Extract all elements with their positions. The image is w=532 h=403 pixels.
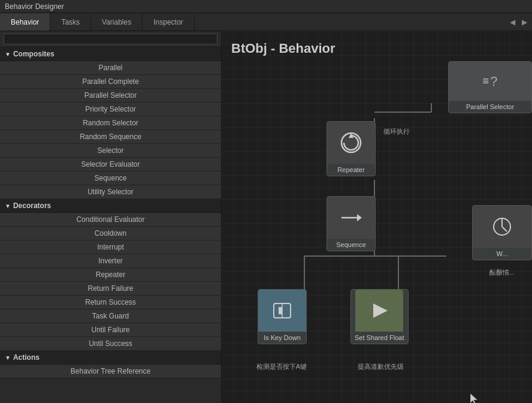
list-item[interactable]: Cooldown [0, 227, 221, 240]
list-item[interactable]: Selector Evaluator [0, 158, 221, 172]
tab-tasks[interactable]: Tasks [50, 13, 91, 31]
sequence-label: Sequence [327, 239, 375, 251]
search-bar [0, 31, 221, 47]
right-partial-node[interactable]: W... [472, 205, 532, 260]
right-partial-caption: 酝酿情... [472, 268, 532, 277]
section-decorators[interactable]: ▼ Decorators [0, 199, 221, 213]
section-actions[interactable]: ▼ Actions [0, 351, 221, 365]
tab-inspector[interactable]: Inspector [143, 13, 194, 31]
svg-rect-14 [279, 307, 282, 314]
list-item[interactable]: Until Success [0, 337, 221, 351]
tab-variables[interactable]: Variables [91, 13, 143, 31]
list-item[interactable]: Utility Selector [0, 185, 221, 199]
app-title: Behavior Designer [5, 2, 64, 11]
list-item[interactable]: Parallel [0, 61, 221, 75]
svg-marker-19 [470, 393, 477, 403]
cursor-icon [470, 393, 479, 403]
repeater-caption: 循环执行 [383, 127, 410, 136]
list-item[interactable]: Conditional Evaluator [0, 213, 221, 227]
repeater-node[interactable]: Repeater [327, 121, 376, 176]
keydown-icon [270, 299, 294, 323]
keydown-node[interactable]: Is Key Down [258, 289, 307, 344]
parallel-selector-node[interactable]: ≡? Parallel Selector [448, 61, 532, 113]
svg-marker-15 [373, 303, 388, 318]
tab-bar: Behavior Tasks Variables Inspector ◀ ▶ [0, 13, 532, 31]
list-item[interactable]: Parallel Selector [0, 89, 221, 103]
search-input[interactable] [4, 34, 217, 44]
list-item[interactable]: Priority Selector [0, 103, 221, 116]
composites-arrow: ▼ [5, 51, 11, 58]
list-item[interactable]: Return Success [0, 296, 221, 309]
list-item[interactable]: Sequence [0, 172, 221, 185]
actions-arrow: ▼ [5, 354, 11, 361]
sequence-icon [339, 209, 363, 227]
list-item[interactable]: Return Failure [0, 282, 221, 296]
section-composites[interactable]: ▼ Composites [0, 47, 221, 61]
canvas-title: BtObj - Behavior [231, 41, 335, 56]
setfloat-label: Set Shared Float [351, 332, 408, 344]
list-item[interactable]: Until Failure [0, 323, 221, 337]
main-content: ▼ Composites Parallel Parallel Complete … [0, 31, 532, 403]
list-item[interactable]: Random Sequence [0, 130, 221, 144]
keydown-caption: 检测是否按下A键 [243, 362, 321, 371]
list-item[interactable]: Task Guard [0, 309, 221, 323]
list-item[interactable]: Selector [0, 144, 221, 158]
list-item[interactable]: Parallel Complete [0, 75, 221, 89]
repeater-label: Repeater [327, 164, 375, 176]
repeater-icon [339, 131, 363, 155]
keydown-label: Is Key Down [258, 332, 306, 344]
setfloat-icon [367, 299, 391, 323]
tab-scroll-right[interactable]: ▶ [517, 13, 532, 31]
svg-marker-11 [357, 214, 362, 221]
sidebar: ▼ Composites Parallel Parallel Complete … [0, 31, 222, 403]
list-item[interactable]: Interrupt [0, 240, 221, 254]
title-bar: Behavior Designer [0, 0, 532, 13]
list-item[interactable]: Random Selector [0, 116, 221, 130]
tab-behavior[interactable]: Behavior [0, 13, 50, 31]
svg-line-18 [502, 227, 507, 231]
list-item[interactable]: Repeater [0, 268, 221, 282]
canvas[interactable]: BtObj - Behavior ≡? Parallel Selector [222, 31, 532, 403]
right-partial-label: W... [473, 248, 531, 260]
sidebar-content[interactable]: ▼ Composites Parallel Parallel Complete … [0, 47, 221, 403]
cursor [470, 393, 479, 403]
decorators-arrow: ▼ [5, 203, 11, 209]
setfloat-caption: 提高道歉优先级 [338, 362, 422, 371]
list-item[interactable]: Inverter [0, 254, 221, 268]
right-partial-icon [490, 215, 514, 239]
sequence-node[interactable]: Sequence [327, 196, 376, 251]
parallel-selector-label: Parallel Selector [449, 101, 531, 113]
setfloat-node[interactable]: Set Shared Float [350, 289, 409, 344]
list-item[interactable]: Behavior Tree Reference [0, 365, 221, 378]
